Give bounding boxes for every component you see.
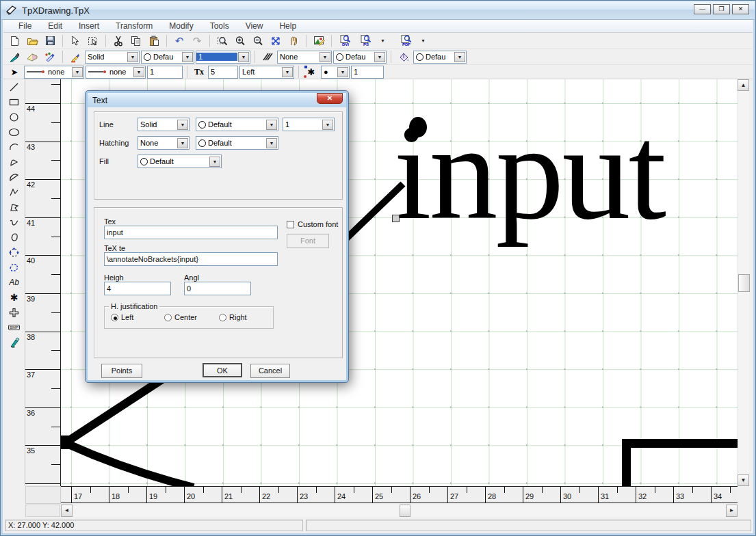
- menu-edit[interactable]: Edit: [40, 20, 70, 32]
- radio-center[interactable]: Center: [164, 313, 197, 321]
- menu-modify[interactable]: Modify: [161, 20, 201, 32]
- hatching-color-select[interactable]: Defau▼: [333, 51, 387, 64]
- save-button[interactable]: [42, 34, 58, 48]
- dialog-title-bar[interactable]: Text: [88, 93, 346, 107]
- new-file-button[interactable]: [6, 34, 23, 48]
- text-size-input[interactable]: 5: [208, 66, 238, 79]
- radio-icon[interactable]: [111, 314, 118, 321]
- pan-tool-button[interactable]: [285, 34, 302, 48]
- hatching-style-select[interactable]: None▼: [277, 51, 332, 64]
- scroll-up-button[interactable]: ▲: [738, 79, 749, 91]
- dialog-hatching-color-select[interactable]: Default▼: [196, 136, 278, 150]
- minimize-button[interactable]: —: [694, 4, 711, 14]
- text-tool[interactable]: Ab: [5, 275, 23, 290]
- eraser-tool-icon[interactable]: [24, 50, 40, 64]
- radio-icon[interactable]: [219, 314, 226, 321]
- maximize-button[interactable]: ❐: [713, 4, 730, 14]
- height-input[interactable]: 4: [104, 282, 171, 295]
- dialog-hatching-style-select[interactable]: None▼: [138, 136, 190, 150]
- dialog-fill-color-select[interactable]: Default▼: [138, 155, 222, 168]
- arrow-begin-select[interactable]: none▼: [24, 66, 84, 79]
- radio-icon[interactable]: [164, 314, 172, 321]
- arrow-size-input[interactable]: 1: [147, 66, 183, 79]
- symbol-tool[interactable]: [5, 305, 23, 320]
- zoom-in-button[interactable]: [232, 34, 248, 48]
- preview-dvi-button[interactable]: DVI: [336, 34, 355, 48]
- dialog-line-style-select[interactable]: Solid▼: [138, 118, 190, 131]
- line-tool[interactable]: [5, 79, 23, 94]
- bitmap-tool[interactable]: BMP: [5, 320, 23, 335]
- arrow-end-select[interactable]: none▼: [86, 66, 146, 79]
- cancel-button[interactable]: Cancel: [250, 364, 290, 378]
- menu-file[interactable]: File: [10, 20, 40, 32]
- select-tool-button[interactable]: [67, 34, 83, 48]
- rectangle-tool[interactable]: [5, 94, 23, 109]
- menu-transform[interactable]: Transform: [107, 20, 161, 32]
- menu-help[interactable]: Help: [271, 20, 304, 32]
- dot-size-input[interactable]: 1: [351, 66, 384, 79]
- font-button[interactable]: Font: [287, 234, 329, 248]
- ellipse-tool[interactable]: [5, 124, 23, 139]
- dialog-close-button[interactable]: ✕: [317, 93, 343, 104]
- scroll-left-button[interactable]: ◄: [61, 505, 73, 517]
- paste-button[interactable]: [146, 34, 162, 48]
- zoom-area-button[interactable]: [214, 34, 231, 48]
- curve-shape[interactable]: [67, 444, 194, 486]
- preview-pdf-button[interactable]: PDF: [397, 34, 416, 48]
- vertical-scroll-thumb[interactable]: [738, 274, 750, 292]
- star-tool[interactable]: ✱: [5, 290, 23, 305]
- dot-style-select[interactable]: ●▼: [321, 66, 350, 79]
- polygon-tool[interactable]: [5, 200, 23, 215]
- area-select-tool-button[interactable]: [85, 34, 101, 48]
- freehand-tool[interactable]: [5, 335, 23, 350]
- line-color-select[interactable]: Defau▼: [141, 51, 194, 64]
- dialog-line-width-select[interactable]: 1▼: [283, 118, 335, 131]
- vertical-scrollbar[interactable]: ▲ ▼: [738, 79, 749, 486]
- arc-tool[interactable]: [5, 139, 23, 155]
- menu-insert[interactable]: Insert: [70, 20, 107, 32]
- redo-button[interactable]: ↷: [189, 34, 205, 48]
- pdf-dropdown-arrow[interactable]: ▼: [417, 38, 429, 43]
- checkbox-icon[interactable]: [287, 221, 294, 228]
- fill-color-select[interactable]: Defau▼: [413, 51, 467, 64]
- copy-button[interactable]: [128, 34, 144, 48]
- closed-bezier-tool[interactable]: [5, 260, 23, 275]
- horizontal-scrollbar[interactable]: ◄ ►: [61, 505, 738, 517]
- sector-tool[interactable]: [5, 155, 23, 170]
- horizontal-scroll-thumb[interactable]: [400, 505, 410, 517]
- preview-ps-button[interactable]: PS: [356, 34, 376, 48]
- circle-tool[interactable]: [5, 109, 23, 124]
- selection-handle[interactable]: [392, 215, 400, 222]
- bezier-path-tool[interactable]: [5, 245, 23, 260]
- change-properties-icon[interactable]: [42, 50, 58, 64]
- canvas-text-input[interactable]: input: [393, 104, 664, 241]
- line-style-select[interactable]: Solid▼: [85, 51, 140, 64]
- vertical-bar-shape[interactable]: [622, 439, 631, 486]
- custom-font-checkbox[interactable]: Custom font: [287, 220, 338, 228]
- horizontal-bar-shape[interactable]: [622, 439, 738, 448]
- scroll-right-button[interactable]: ►: [726, 505, 738, 517]
- segment-tool[interactable]: [5, 170, 23, 185]
- undo-button[interactable]: ↶: [171, 34, 187, 48]
- menu-tools[interactable]: Tools: [202, 20, 237, 32]
- polyline-tool[interactable]: [5, 185, 23, 200]
- closed-curve-tool[interactable]: [5, 230, 23, 245]
- dialog-line-color-select[interactable]: Default▼: [196, 118, 278, 131]
- menu-view[interactable]: View: [237, 20, 272, 32]
- picker-tool-icon[interactable]: [6, 50, 23, 64]
- preview-dropdown-arrow[interactable]: ▼: [377, 38, 389, 43]
- zoom-fit-button[interactable]: [268, 34, 284, 48]
- points-button[interactable]: Points: [101, 364, 142, 378]
- radio-left[interactable]: Left: [111, 313, 133, 321]
- text-align-select[interactable]: Left▼: [239, 66, 294, 79]
- tex-text-input[interactable]: \annotateNoBrackets{input}: [104, 252, 278, 266]
- line-width-select[interactable]: 1▼: [196, 51, 250, 64]
- text-input[interactable]: input: [104, 226, 278, 239]
- zoom-out-button[interactable]: [250, 34, 266, 48]
- radio-right[interactable]: Right: [219, 313, 247, 321]
- cut-button[interactable]: [110, 34, 127, 48]
- close-button[interactable]: ✕: [732, 4, 749, 14]
- angle-input[interactable]: 0: [184, 282, 251, 295]
- picture-export-button[interactable]: [311, 34, 327, 48]
- curve-tool[interactable]: [5, 215, 23, 230]
